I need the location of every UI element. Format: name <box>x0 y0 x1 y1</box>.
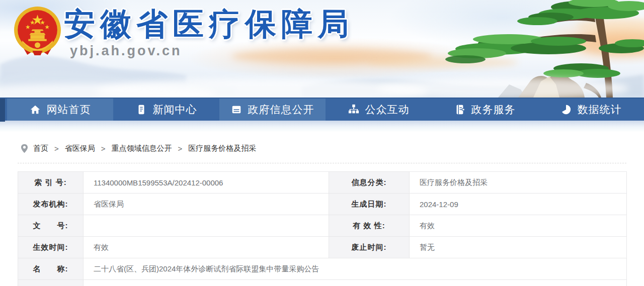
effective-time-value: 有效 <box>84 237 329 258</box>
breadcrumb-separator: > <box>101 144 106 153</box>
table-row-partial <box>18 280 627 286</box>
breadcrumb-current: 医疗服务价格及招采 <box>188 144 256 153</box>
doc-number-value <box>84 215 329 237</box>
sitemap-icon <box>348 104 359 115</box>
nav-item-public-interaction[interactable]: 公众互动 <box>326 99 432 121</box>
publisher-value: 省医保局 <box>84 194 329 215</box>
site-title: 安徽省医疗保障局 <box>64 8 354 40</box>
site-logo-link[interactable]: 安徽省医疗保障局 ybj.ah.gov.cn <box>12 6 354 59</box>
breadcrumb-separator: > <box>178 144 183 153</box>
doc-number-label: 文 号: <box>18 215 84 237</box>
nav-item-gov-info[interactable]: 政府信息公开 <box>219 99 326 121</box>
title-value: 二十八省(区、兵团)2024年体外诊断试剂省际联盟集中带量采购公告 <box>84 258 627 280</box>
china-national-emblem-icon <box>12 6 63 57</box>
location-pin-icon <box>21 144 28 153</box>
info-disclosure-icon <box>231 104 242 115</box>
nav-item-statistics[interactable]: 数据统计 <box>538 99 644 121</box>
effective-time-label: 生效时间: <box>18 237 84 258</box>
index-number-value: 11340000MB1599553A/202412-00006 <box>84 172 329 194</box>
breadcrumb-separator: > <box>54 144 59 153</box>
home-icon <box>30 104 41 115</box>
breadcrumb-home[interactable]: 首页 <box>33 144 48 153</box>
nav-item-news[interactable]: 新闻中心 <box>113 99 219 121</box>
partial-row-value-cell <box>84 280 627 286</box>
breadcrumb-key-info[interactable]: 重点领域信息公开 <box>112 144 172 153</box>
header-fade-band <box>0 121 644 132</box>
pie-chart-icon <box>560 104 572 115</box>
main-nav: 网站首页 新闻中心 政府信息公开 公众互动 <box>0 98 644 121</box>
index-number-label: 索 引 号: <box>18 172 84 194</box>
breadcrumb: 首页 > 省医保局 > 重点领域信息公开 > 医疗服务价格及招采 <box>18 132 626 163</box>
issue-date-label: 生成日期: <box>329 194 410 215</box>
nav-item-gov-services[interactable]: 政务服务 <box>432 99 538 121</box>
abolish-time-label: 废止时间: <box>329 237 410 258</box>
abolish-time-value: 暂无 <box>410 237 627 258</box>
table-row: 生效时间: 有效 废止时间: 暂无 <box>18 237 627 258</box>
site-url: ybj.ah.gov.cn <box>70 43 354 59</box>
table-row: 索 引 号: 11340000MB1599553A/202412-00006 信… <box>18 172 627 194</box>
issue-date-value: 2024-12-09 <box>410 194 627 215</box>
breadcrumb-bureau[interactable]: 省医保局 <box>65 144 95 153</box>
info-table: 索 引 号: 11340000MB1599553A/202412-00006 信… <box>18 171 627 286</box>
nav-item-home[interactable]: 网站首页 <box>7 99 113 121</box>
table-row: 名 称: 二十八省(区、兵团)2024年体外诊断试剂省际联盟集中带量采购公告 <box>18 258 627 280</box>
info-category-label: 信息分类: <box>329 172 410 194</box>
partial-row-label-cell <box>18 280 84 286</box>
content-card: 首页 > 省医保局 > 重点领域信息公开 > 医疗服务价格及招采 索 引 号: … <box>18 132 626 286</box>
service-book-icon <box>454 104 465 115</box>
publisher-label: 发布机构: <box>18 194 84 215</box>
info-category-value: 医疗服务价格及招采 <box>410 172 627 194</box>
validity-value: 有效 <box>410 215 627 237</box>
news-icon <box>136 104 147 115</box>
title-label: 名 称: <box>18 258 84 280</box>
table-row: 发布机构: 省医保局 生成日期: 2024-12-09 <box>18 194 627 215</box>
site-header: 安徽省医疗保障局 ybj.ah.gov.cn <box>0 0 644 98</box>
validity-label: 有 效 性: <box>329 215 410 237</box>
table-row: 文 号: 有 效 性: 有效 <box>18 215 627 237</box>
